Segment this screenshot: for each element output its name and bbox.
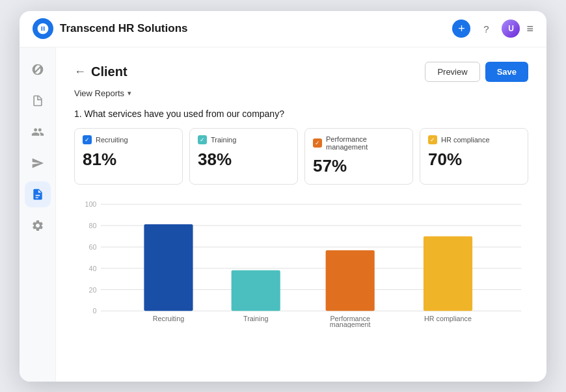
- topbar-actions: + ? U ≡: [452, 20, 533, 38]
- stat-card-header: ✓ Performance management: [313, 135, 405, 151]
- svg-text:40: 40: [88, 265, 96, 272]
- bar-performance: [326, 250, 375, 311]
- content-header: ← Client Preview Save: [74, 62, 528, 82]
- svg-text:80: 80: [88, 222, 96, 229]
- stat-card-performance: ✓ Performance management 57%: [304, 128, 413, 185]
- svg-text:20: 20: [88, 285, 96, 293]
- sidebar-item-reports[interactable]: [25, 181, 51, 207]
- stat-value-training: 38%: [198, 150, 290, 170]
- question-text: 1. What services have you used from our …: [74, 109, 528, 119]
- stat-checkbox-training[interactable]: ✓: [198, 135, 207, 144]
- menu-icon[interactable]: ≡: [526, 22, 533, 36]
- sidebar-item-users[interactable]: [25, 119, 51, 145]
- stat-checkbox-hr-compliance[interactable]: ✓: [428, 135, 437, 144]
- content-area: ← Client Preview Save View Reports ▾ 1. …: [56, 47, 546, 382]
- preview-button[interactable]: Preview: [425, 62, 479, 82]
- stat-label-recruiting: Recruiting: [96, 136, 128, 144]
- svg-text:management: management: [330, 320, 371, 328]
- page-title: Client: [91, 64, 128, 79]
- help-icon[interactable]: ?: [477, 20, 495, 38]
- app-window: Transcend HR Solutions + ? U ≡: [20, 11, 546, 382]
- stat-card-header: ✓ HR compliance: [428, 135, 520, 144]
- bar-hr-compliance: [424, 236, 472, 311]
- bar-training: [232, 270, 280, 311]
- stat-checkbox-performance[interactable]: ✓: [313, 138, 322, 148]
- sidebar-item-send[interactable]: [25, 150, 51, 176]
- question-body: What services have you used from our com…: [85, 109, 284, 119]
- sidebar-item-integrations[interactable]: [25, 57, 51, 83]
- stat-card-training: ✓ Training 38%: [189, 128, 298, 185]
- sidebar: [20, 47, 56, 382]
- stat-value-recruiting: 81%: [83, 150, 174, 170]
- topbar: Transcend HR Solutions + ? U ≡: [20, 11, 546, 47]
- header-buttons: Preview Save: [425, 62, 528, 82]
- svg-text:100: 100: [85, 200, 96, 208]
- stat-label-performance: Performance management: [326, 135, 405, 151]
- add-button[interactable]: +: [452, 20, 470, 38]
- back-navigation[interactable]: ← Client: [74, 64, 128, 79]
- stat-card-header: ✓ Recruiting: [83, 135, 174, 144]
- view-reports-row: View Reports ▾: [74, 88, 528, 98]
- bar-recruiting: [144, 224, 193, 311]
- svg-text:60: 60: [88, 243, 96, 251]
- app-title: Transcend HR Solutions: [60, 22, 452, 35]
- stat-label-hr-compliance: HR compliance: [441, 136, 490, 144]
- stat-label-training: Training: [211, 136, 236, 144]
- view-reports-button[interactable]: View Reports ▾: [74, 88, 131, 98]
- chart-area: 100 80 60 40 20 0 Recruiting: [74, 198, 528, 328]
- view-reports-label: View Reports: [74, 88, 124, 98]
- stat-checkbox-recruiting[interactable]: ✓: [83, 135, 92, 144]
- svg-text:Training: Training: [243, 314, 269, 322]
- back-arrow-icon: ←: [74, 65, 86, 79]
- stat-cards: ✓ Recruiting 81% ✓ Training 38% ✓ Perfor…: [74, 128, 528, 185]
- svg-text:0: 0: [92, 307, 96, 315]
- chevron-down-icon: ▾: [128, 89, 131, 98]
- question-number: 1.: [74, 109, 82, 119]
- svg-text:Recruiting: Recruiting: [153, 314, 185, 322]
- stat-value-hr-compliance: 70%: [428, 150, 520, 170]
- stat-value-performance: 57%: [313, 156, 405, 176]
- app-logo: [33, 18, 53, 39]
- stat-card-recruiting: ✓ Recruiting 81%: [74, 128, 183, 185]
- sidebar-item-documents[interactable]: [25, 88, 51, 114]
- stat-card-hr-compliance: ✓ HR compliance 70%: [420, 128, 528, 185]
- sidebar-item-settings[interactable]: [25, 213, 51, 239]
- save-button[interactable]: Save: [485, 62, 528, 82]
- user-avatar[interactable]: U: [502, 20, 520, 38]
- svg-text:HR compliance: HR compliance: [424, 314, 472, 322]
- main-layout: ← Client Preview Save View Reports ▾ 1. …: [20, 47, 546, 382]
- stat-card-header: ✓ Training: [198, 135, 290, 144]
